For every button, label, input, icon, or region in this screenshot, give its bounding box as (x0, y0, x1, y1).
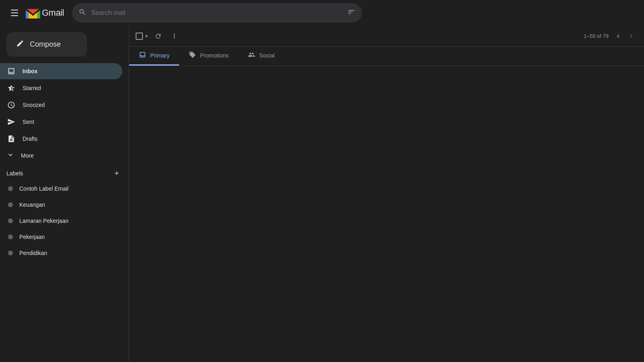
tab-promotions[interactable]: Promotions (179, 47, 238, 66)
label-item-lamaran[interactable]: Lamaran Pekerjaan (6, 213, 122, 229)
search-bar[interactable] (72, 3, 362, 23)
primary-tab-icon (139, 51, 146, 60)
label-name: Contoh Label Email (19, 185, 68, 192)
sidebar-item-starred[interactable]: Starred (0, 80, 122, 96)
label-item-pendidikan[interactable]: Pendidikan (6, 245, 122, 261)
prev-page-button[interactable] (612, 30, 625, 43)
add-icon: + (115, 169, 119, 178)
sidebar: Compose Inbox Starred (0, 26, 129, 362)
gmail-logo (26, 7, 40, 19)
label-dot-icon (8, 251, 13, 255)
drafts-label: Drafts (23, 136, 37, 142)
label-dot-icon (8, 202, 13, 207)
primary-tab-label: Primary (150, 52, 169, 59)
menu-button[interactable] (6, 5, 23, 21)
starred-label: Starred (23, 85, 41, 91)
logo-area: Gmail (26, 7, 64, 19)
search-icon (78, 8, 87, 18)
label-dot-icon (8, 218, 13, 223)
sidebar-item-more[interactable]: More (0, 148, 122, 164)
label-name: Keuangan (19, 202, 45, 208)
label-item-contoh[interactable]: Contoh Label Email (6, 181, 122, 197)
promotions-tab-label: Promotions (200, 52, 229, 59)
label-dot-icon (8, 186, 13, 191)
sidebar-item-sent[interactable]: Sent (0, 114, 122, 130)
refresh-button[interactable] (151, 29, 165, 43)
send-icon (6, 118, 16, 126)
select-all-area[interactable]: ▾ (136, 32, 149, 41)
pagination-text: 1–50 of 79 (584, 33, 609, 39)
toolbar: ▾ 1–50 of 79 (129, 26, 644, 47)
star-icon (6, 84, 16, 92)
tab-primary[interactable]: Primary (129, 47, 179, 66)
labels-header: Labels + (6, 168, 122, 179)
toolbar-left: ▾ (136, 29, 182, 43)
sidebar-item-drafts[interactable]: Drafts (0, 131, 122, 147)
labels-section: Labels + Contoh Label Email Keuangan Lam… (0, 165, 129, 263)
content-area: ▾ 1–50 of 79 (129, 26, 644, 362)
label-dot-icon (8, 234, 13, 239)
select-dropdown-icon[interactable]: ▾ (144, 32, 149, 41)
label-item-pekerjaan[interactable]: Pekerjaan (6, 229, 122, 245)
snoozed-label: Snoozed (23, 102, 45, 108)
search-input[interactable] (91, 9, 343, 16)
label-item-keuangan[interactable]: Keuangan (6, 197, 122, 213)
more-options-button[interactable] (167, 29, 182, 43)
next-page-button[interactable] (625, 30, 638, 43)
email-list (129, 66, 644, 362)
chevron-down-icon (6, 151, 14, 160)
main-layout: Compose Inbox Starred (0, 26, 644, 362)
search-options-icon[interactable] (347, 8, 355, 18)
header: Gmail (0, 0, 644, 26)
add-label-button[interactable]: + (111, 168, 122, 179)
promotions-tab-icon (189, 51, 196, 60)
more-label: More (21, 152, 34, 159)
hamburger-icon (11, 10, 18, 16)
label-name: Lamaran Pekerjaan (19, 218, 68, 224)
social-tab-label: Social (259, 52, 275, 59)
label-name: Pekerjaan (19, 234, 45, 240)
gmail-text: Gmail (42, 8, 64, 18)
label-name: Pendidikan (19, 250, 47, 256)
gmail-m-icon (26, 7, 40, 19)
tab-social[interactable]: Social (238, 47, 284, 66)
tabs-bar: Primary Promotions Social (129, 47, 644, 66)
inbox-icon (6, 67, 16, 75)
social-tab-icon (248, 51, 255, 60)
compose-label: Compose (30, 40, 61, 49)
select-all-checkbox[interactable] (136, 33, 143, 40)
toolbar-right: 1–50 of 79 (584, 30, 638, 43)
sent-label: Sent (23, 119, 34, 125)
compose-button[interactable]: Compose (6, 32, 87, 57)
sidebar-item-snoozed[interactable]: Snoozed (0, 97, 122, 113)
draft-icon (6, 135, 16, 143)
labels-title: Labels (6, 170, 23, 177)
compose-icon (16, 39, 24, 49)
sidebar-item-inbox[interactable]: Inbox (0, 63, 122, 79)
inbox-label: Inbox (23, 68, 37, 74)
clock-icon (6, 101, 16, 109)
